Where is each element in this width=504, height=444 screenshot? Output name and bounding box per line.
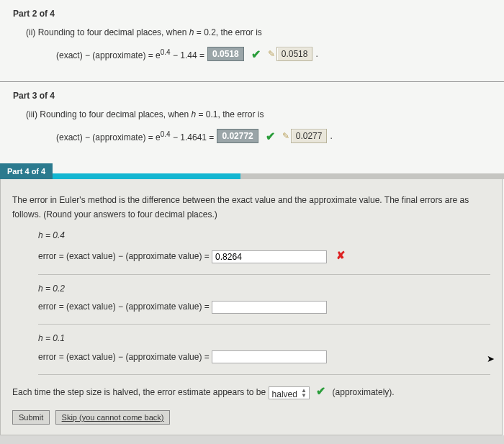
halved-select[interactable]: halved ▲▼: [269, 386, 310, 399]
h-line: h = 0.1: [38, 333, 65, 343]
part-4-intro: The error in Euler's method is the diffe…: [12, 194, 490, 221]
prompt-text: (ii) Rounding to four decimal places, wh…: [26, 27, 189, 37]
error-input-1[interactable]: [212, 250, 327, 263]
cursor-icon: ➤: [487, 352, 495, 367]
book-icon: ✎: [282, 131, 289, 141]
exponent: 0.4: [161, 130, 171, 138]
check-icon: ✔: [251, 47, 261, 61]
error-line: error = (exact value) − (approximate val…: [38, 302, 212, 312]
check-icon: ✔: [316, 382, 325, 401]
part-3-section: Part 3 of 4 (iii) Rounding to four decim…: [0, 82, 504, 163]
part-4-tab[interactable]: Part 4 of 4: [0, 163, 53, 179]
select-arrows-icon: ▲▼: [301, 388, 307, 398]
period: .: [315, 49, 318, 59]
error-line: error = (exact value) − (approximate val…: [38, 251, 212, 261]
select-value: halved: [272, 389, 297, 399]
submit-button[interactable]: Submit: [12, 410, 50, 425]
equation-lhs: (exact) − (approximate) = e0.4 − 1.4641 …: [56, 130, 214, 142]
tail-before: Each time the step size is halved, the e…: [12, 387, 269, 397]
error-input-3[interactable]: [212, 350, 327, 363]
error-line: error = (exact value) − (approximate val…: [38, 352, 212, 362]
check-icon: ✔: [266, 130, 275, 143]
answer-box-correct: 0.02772: [217, 129, 258, 143]
progress-bar-rest: [240, 173, 504, 179]
solution-box: 0.0277: [291, 129, 328, 143]
part-3-equation: (exact) − (approximate) = e0.4 − 1.4641 …: [13, 129, 491, 143]
prompt-text-2: = 0.2, the error is: [194, 27, 261, 37]
error-item: h = 0.2 error = (exact value) − (approxi…: [38, 282, 490, 325]
part-3-prompt: (iii) Rounding to four decimal places, w…: [13, 108, 491, 122]
x-icon: ✘: [336, 247, 346, 264]
part-2-heading: Part 2 of 4: [13, 9, 491, 19]
book-icon: ✎: [268, 49, 275, 59]
part-4-tab-bar: Part 4 of 4: [0, 163, 504, 179]
answer-box-correct: 0.0518: [207, 47, 244, 61]
solution-box: 0.0518: [276, 47, 313, 61]
solution-wrapper: ✎0.0518: [268, 47, 313, 61]
error-item: h = 0.1 error = (exact value) − (approxi…: [38, 332, 490, 374]
part-4-section: The error in Euler's method is the diffe…: [0, 179, 503, 435]
part-2-prompt: (ii) Rounding to four decimal places, wh…: [13, 26, 491, 40]
equation-lhs: (exact) − (approximate) = e0.4 − 1.44 =: [56, 48, 204, 60]
part-2-section: Part 2 of 4 (ii) Rounding to four decima…: [0, 0, 504, 82]
solution-wrapper: ✎0.0277: [282, 129, 328, 143]
error-item: h = 0.4 error = (exact value) − (approxi…: [38, 229, 490, 275]
prompt-text-2: = 0.1, the error is: [196, 109, 264, 119]
exponent: 0.4: [161, 48, 171, 56]
error-input-2[interactable]: [212, 301, 327, 314]
part-3-heading: Part 3 of 4: [13, 91, 491, 101]
prompt-text: (iii) Rounding to four decimal places, w…: [26, 109, 191, 119]
h-line: h = 0.2: [38, 284, 65, 294]
tail-after: (approximately).: [333, 387, 395, 397]
part-2-equation: (exact) − (approximate) = e0.4 − 1.44 = …: [13, 47, 491, 61]
period: .: [330, 131, 332, 141]
button-row: Submit Skip (you cannot come back): [12, 410, 490, 425]
h-line: h = 0.4: [38, 230, 65, 240]
progress-bar-fill: [53, 173, 240, 179]
skip-button[interactable]: Skip (you cannot come back): [55, 410, 171, 425]
